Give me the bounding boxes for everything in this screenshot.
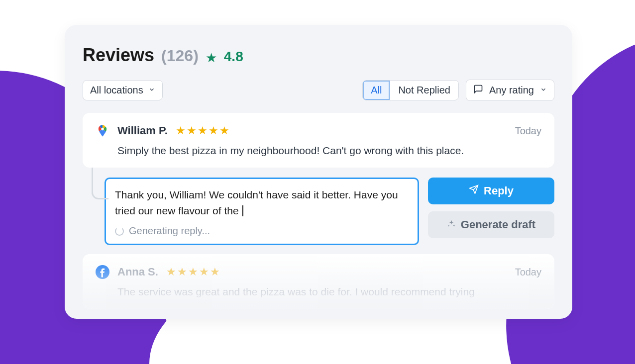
star-icon: ★ (198, 124, 208, 137)
reply-label: Reply (484, 184, 514, 197)
reviews-count: (126) (161, 47, 199, 65)
reviewer-name: William P. (117, 124, 168, 137)
star-icon: ★ (206, 50, 217, 66)
reply-section: Thank you, William! We couldn't have sai… (105, 178, 554, 245)
sparkle-icon (447, 219, 456, 231)
reply-buttons: Reply Generate draft (428, 178, 554, 245)
generate-label: Generate draft (461, 218, 535, 231)
reviews-panel: Reviews (126) ★ 4.8 All locations All No… (65, 25, 572, 319)
review-date: Today (515, 267, 541, 278)
reviews-header: Reviews (126) ★ 4.8 (83, 45, 554, 66)
location-label: All locations (90, 85, 143, 96)
generate-draft-button[interactable]: Generate draft (428, 211, 554, 238)
filters-row: All locations All Not Replied Any rating (83, 80, 554, 101)
google-maps-icon (96, 124, 109, 138)
reviewer-name: Anna S. (117, 266, 158, 278)
filter-all-tab[interactable]: All (363, 81, 390, 100)
star-icon: ★ (188, 266, 198, 278)
spinner-icon (115, 227, 124, 236)
review-body: Simply the best pizza in my neighbourhoo… (117, 145, 541, 157)
reply-button[interactable]: Reply (428, 178, 554, 204)
reply-textarea[interactable]: Thank you, William! We couldn't have sai… (105, 178, 419, 245)
facebook-icon (96, 265, 109, 279)
star-icon: ★ (166, 266, 176, 278)
star-icon: ★ (199, 266, 209, 278)
reply-draft-text: Thank you, William! We couldn't have sai… (115, 187, 409, 218)
star-icon: ★ (177, 266, 187, 278)
generating-label: Generating reply... (129, 225, 210, 237)
star-icon: ★ (219, 124, 229, 137)
review-card: William P. ★ ★ ★ ★ ★ Today Simply the be… (83, 113, 554, 168)
star-rating: ★ ★ ★ ★ ★ (166, 266, 220, 278)
chevron-down-icon (148, 86, 155, 94)
star-icon: ★ (209, 124, 218, 137)
star-icon: ★ (187, 124, 197, 137)
text-cursor (242, 205, 243, 216)
svg-point-0 (101, 128, 104, 130)
filter-not-replied-tab[interactable]: Not Replied (390, 81, 458, 100)
chat-icon (473, 84, 483, 96)
review-header: Anna S. ★ ★ ★ ★ ★ Today (96, 265, 541, 279)
page-title: Reviews (83, 45, 154, 66)
star-icon: ★ (210, 266, 220, 278)
review-header: William P. ★ ★ ★ ★ ★ Today (96, 124, 541, 138)
review-card: Anna S. ★ ★ ★ ★ ★ Today The service was … (83, 254, 554, 309)
star-rating: ★ ★ ★ ★ ★ (176, 124, 229, 137)
star-icon: ★ (176, 124, 186, 137)
thread-connector (92, 168, 108, 199)
avg-rating: 4.8 (224, 49, 243, 65)
review-body: The service was great and the pizza was … (117, 286, 541, 298)
rating-dropdown[interactable]: Any rating (466, 80, 554, 101)
generating-status: Generating reply... (115, 225, 409, 237)
rating-label: Any rating (489, 85, 534, 96)
send-icon (469, 184, 479, 197)
location-dropdown[interactable]: All locations (83, 80, 163, 100)
review-date: Today (515, 125, 541, 137)
reply-filter-segment: All Not Replied (362, 80, 459, 100)
chevron-down-icon (540, 86, 547, 94)
